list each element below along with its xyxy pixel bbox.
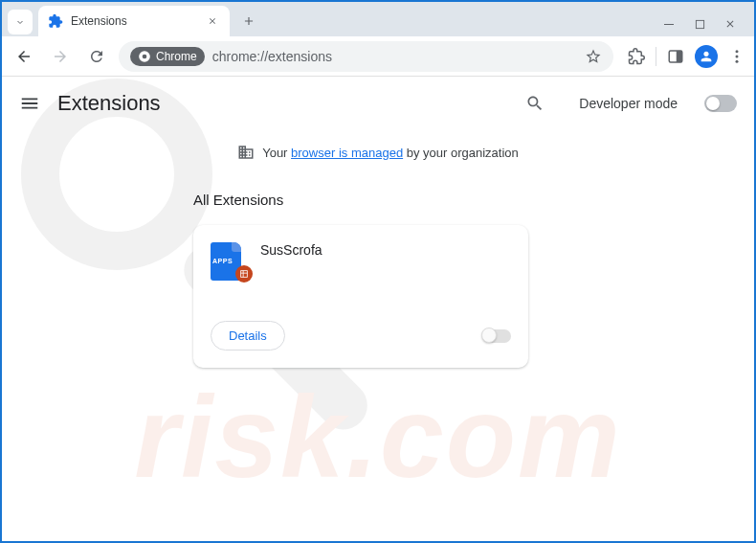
page-title: Extensions <box>57 91 161 116</box>
puzzle-piece-icon <box>48 13 63 29</box>
sidepanel-icon <box>667 48 684 65</box>
managed-prefix: Your <box>262 146 291 160</box>
close-window-button[interactable] <box>723 17 737 31</box>
extension-toggle[interactable] <box>482 329 511 343</box>
window-controls <box>662 17 748 31</box>
managed-suffix: by your organization <box>403 146 519 160</box>
extension-name: SusScrofa <box>260 242 322 309</box>
managed-link[interactable]: browser is managed <box>291 146 403 160</box>
side-panel-button[interactable] <box>666 47 685 66</box>
developer-mode-label: Developer mode <box>579 96 678 111</box>
address-bar[interactable]: Chrome chrome://extensions <box>119 41 613 72</box>
page-header: Extensions Developer mode <box>2 77 754 130</box>
tab-close-button[interactable] <box>205 13 220 29</box>
main-content: All Extensions APPS SusScrofa Details <box>2 169 754 368</box>
svg-rect-1 <box>696 20 703 28</box>
reload-icon <box>88 48 105 65</box>
extension-icon: APPS <box>211 242 245 277</box>
more-vert-icon <box>728 48 745 65</box>
chevron-down-icon <box>14 16 26 28</box>
menu-button[interactable] <box>727 47 746 66</box>
svg-point-6 <box>736 50 739 53</box>
back-button[interactable] <box>10 42 38 71</box>
maximize-button[interactable] <box>693 17 706 31</box>
extension-badge-icon <box>235 265 253 283</box>
extension-icon-text: APPS <box>212 258 233 264</box>
close-icon <box>724 18 736 30</box>
toggle-knob <box>481 328 497 343</box>
svg-rect-5 <box>677 51 682 62</box>
search-button[interactable] <box>525 94 545 113</box>
url-text: chrome://extensions <box>212 49 577 64</box>
maximize-icon <box>695 19 705 30</box>
plus-icon <box>242 14 256 28</box>
arrow-left-icon <box>15 48 33 65</box>
browser-toolbar: Chrome chrome://extensions <box>2 36 754 77</box>
extension-card: APPS SusScrofa Details <box>193 225 528 368</box>
svg-point-8 <box>736 59 739 62</box>
browser-tab[interactable]: Extensions <box>38 6 230 36</box>
hamburger-menu-button[interactable] <box>19 93 40 114</box>
new-tab-button[interactable] <box>235 8 262 34</box>
tab-search-button[interactable] <box>8 10 33 34</box>
arrow-right-icon <box>52 48 69 65</box>
building-icon <box>237 144 255 161</box>
close-icon <box>208 16 217 26</box>
profile-avatar[interactable] <box>695 45 718 68</box>
reload-button[interactable] <box>82 42 111 71</box>
puzzle-outline-icon <box>628 48 645 65</box>
details-button[interactable]: Details <box>211 321 285 351</box>
minimize-icon <box>663 18 675 30</box>
toolbar-divider <box>656 47 656 66</box>
svg-rect-9 <box>241 271 248 278</box>
tab-bar: Extensions <box>2 2 754 36</box>
section-title: All Extensions <box>193 192 754 208</box>
svg-point-3 <box>143 54 147 58</box>
chrome-icon <box>138 50 151 63</box>
tab-title: Extensions <box>71 14 197 28</box>
extensions-button[interactable] <box>627 47 646 66</box>
star-icon[interactable] <box>585 48 602 65</box>
person-icon <box>699 49 714 64</box>
svg-rect-0 <box>664 24 674 25</box>
svg-point-7 <box>736 55 739 57</box>
chrome-chip-label: Chrome <box>156 50 197 63</box>
developer-mode-toggle[interactable] <box>704 95 737 112</box>
toggle-knob <box>706 97 720 110</box>
minimize-button[interactable] <box>662 17 676 31</box>
forward-button[interactable] <box>46 42 75 71</box>
chrome-chip: Chrome <box>130 47 205 66</box>
managed-banner: Your browser is managed by your organiza… <box>2 130 754 169</box>
